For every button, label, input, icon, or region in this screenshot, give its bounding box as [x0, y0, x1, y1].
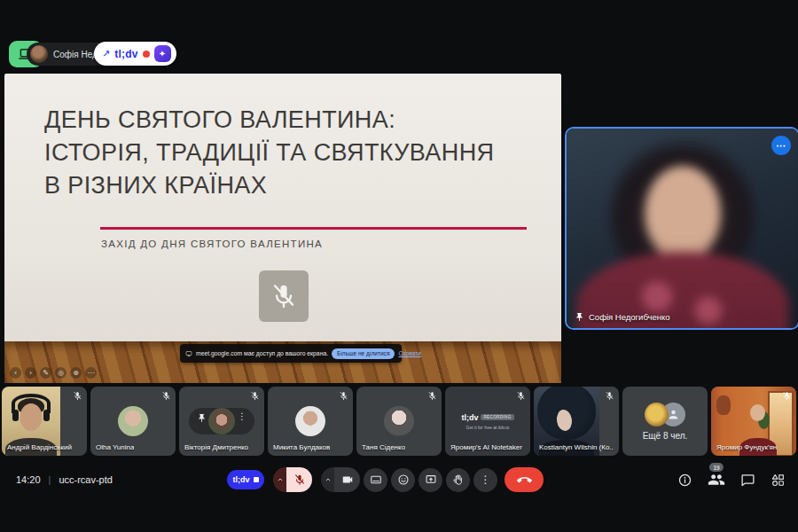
- captions-icon: [370, 473, 382, 486]
- participant-name: Микита Булдаков: [273, 443, 330, 451]
- overflow-avatars: [645, 403, 685, 426]
- recording-badge: RECORDING: [481, 414, 513, 420]
- pinned-name-label: Софія Недогибченко: [575, 312, 670, 322]
- slideshow-pen-button[interactable]: ✎: [40, 367, 51, 379]
- call-controls: tl;dv: [227, 460, 544, 499]
- participant-filmstrip: Андрій Вардінський Olha Yunina ⋮ Вікторі…: [2, 387, 796, 456]
- hide-toast-link[interactable]: Сховати: [398, 350, 420, 356]
- pinned-video-feed: [565, 127, 798, 330]
- meeting-details-button[interactable]: [677, 473, 692, 488]
- tile-more-button[interactable]: ⋮: [238, 412, 246, 421]
- avatar: [208, 408, 235, 434]
- meet-window: Софія Недогибченко ↗ tl;dv ✦ ДЕНЬ СВЯТОГ…: [0, 0, 798, 532]
- participant-tile-olha[interactable]: Olha Yunina: [90, 387, 176, 456]
- slide-title-line-2: ІСТОРІЯ, ТРАДИЦІЇ ТА СВЯТКУВАННЯ: [44, 137, 494, 169]
- participant-name: Андрій Вардінський: [7, 443, 72, 451]
- leave-call-button[interactable]: [505, 467, 544, 492]
- divider: |: [49, 474, 51, 485]
- shared-screen-presentation: ДЕНЬ СВЯТОГО ВАЛЕНТИНА: ІСТОРІЯ, ТРАДИЦІ…: [4, 74, 561, 383]
- monitor-icon: [185, 350, 192, 357]
- mic-off-icon: [73, 391, 82, 401]
- tldv-logo: tl;dv: [461, 413, 478, 422]
- mic-off-icon: [427, 391, 437, 401]
- person-icon: [667, 408, 680, 421]
- slideshow-zoom-button[interactable]: ⊕: [70, 367, 82, 379]
- mic-off-icon: [339, 391, 348, 401]
- avatar: [118, 406, 148, 436]
- control-bar: 14:20 | ucc-rcav-ptd tl;dv: [0, 460, 798, 499]
- camera-options-chevron[interactable]: [321, 467, 334, 492]
- reactions-button[interactable]: [391, 468, 415, 492]
- mic-control-group: [273, 467, 312, 492]
- screen-share-toast: meet.google.com має доступ до вашого екр…: [180, 344, 402, 363]
- participant-name: Яромир's AI Notetaker: [450, 443, 522, 451]
- avatar: [384, 406, 414, 436]
- tldv-brand-label: tl;dv: [114, 48, 137, 60]
- slide-title-line-3: В РІЗНИХ КРАЇНАХ: [44, 169, 494, 202]
- pinned-video-tile[interactable]: ⋯ Софія Недогибченко: [565, 127, 798, 330]
- raise-hand-button[interactable]: [446, 468, 470, 492]
- tldv-subtext: Get it for free at tldv.io: [466, 425, 510, 430]
- participant-tile-yaromyr[interactable]: Яромир Фундук'ян: [711, 387, 796, 456]
- participant-tile-ai-notetaker[interactable]: tl;dv RECORDING Get it for free at tldv.…: [445, 387, 530, 456]
- hand-icon: [452, 473, 465, 486]
- slide-title-line-1: ДЕНЬ СВЯТОГО ВАЛЕНТИНА:: [44, 104, 494, 137]
- pinned-tile-more-button[interactable]: ⋯: [771, 136, 791, 155]
- cursor-icon: ↗: [102, 49, 110, 59]
- system-mic-muted-overlay: [259, 270, 309, 322]
- participant-count-badge: 19: [709, 463, 724, 472]
- participant-tile-andrii[interactable]: Андрій Вардінський: [2, 387, 87, 456]
- call-end-icon: [517, 473, 532, 488]
- sparkle-icon: ✦: [159, 49, 166, 59]
- slideshow-next-button[interactable]: ›: [25, 367, 36, 379]
- clock-time: 14:20: [16, 474, 41, 485]
- participant-tile-mykyta[interactable]: Микита Булдаков: [268, 387, 353, 456]
- slide-accent-rule: [100, 227, 527, 230]
- slideshow-controls: ‹ › ✎ ◎ ⊕ ⋯: [10, 367, 97, 379]
- mic-mute-button[interactable]: [286, 467, 312, 492]
- slideshow-prev-button[interactable]: ‹: [10, 367, 21, 379]
- overflow-participants-tile[interactable]: Ещё 8 чел.: [622, 387, 708, 456]
- more-options-button[interactable]: ⋮: [473, 468, 497, 492]
- slideshow-more-button[interactable]: ⋯: [85, 367, 97, 379]
- present-icon: [425, 473, 437, 486]
- pin-tile-button[interactable]: [197, 413, 207, 423]
- mic-off-icon: [161, 391, 171, 401]
- mic-off-icon: [293, 473, 306, 486]
- pin-icon: [575, 312, 584, 322]
- tldv-label: tl;dv: [233, 475, 250, 484]
- tldv-recorder-chip[interactable]: ↗ tl;dv ✦: [94, 42, 176, 66]
- mic-off-icon: [270, 282, 298, 310]
- pinned-participant-name: Софія Недогибченко: [589, 312, 670, 322]
- avatar: [295, 406, 325, 436]
- chat-panel-button[interactable]: [740, 473, 755, 488]
- participant-name: Таня Сіденко: [362, 443, 405, 451]
- captions-button[interactable]: [364, 468, 387, 492]
- people-panel-button[interactable]: 19: [708, 471, 725, 489]
- toast-message: meet.google.com має доступ до вашого екр…: [196, 350, 328, 356]
- slide-subtitle: ЗАХІД ДО ДНЯ СВЯТОГО ВАЛЕНТИНА: [101, 239, 323, 249]
- mic-off-icon: [516, 391, 526, 401]
- participant-tile-kostiantyn[interactable]: Kostiantyn Wilshin (Ко...: [534, 387, 619, 456]
- mic-options-chevron[interactable]: [273, 467, 286, 492]
- recording-dot-icon: [143, 51, 150, 58]
- stop-icon: [254, 477, 259, 482]
- participant-name: Яромир Фундук'ян: [716, 443, 777, 451]
- tldv-app-icon[interactable]: ✦: [154, 45, 171, 62]
- activities-button[interactable]: [771, 473, 786, 488]
- tldv-stop-recording-button[interactable]: tl;dv: [227, 470, 264, 489]
- stop-sharing-button[interactable]: Більше не ділитися: [332, 348, 395, 359]
- participant-name: Olha Yunina: [96, 443, 134, 451]
- mic-off-icon: [250, 391, 260, 401]
- mic-off-icon: [782, 391, 792, 401]
- avatar: [645, 403, 669, 426]
- meeting-info: 14:20 | ucc-rcav-ptd: [16, 460, 113, 499]
- camera-control-group: [321, 467, 360, 492]
- participant-tile-viktoriia[interactable]: ⋮ Вікторія Дмитренко: [179, 387, 264, 456]
- participant-tile-tania[interactable]: Таня Сіденко: [356, 387, 442, 456]
- present-button[interactable]: [419, 468, 442, 492]
- slideshow-laser-button[interactable]: ◎: [55, 367, 66, 379]
- participant-name: Вікторія Дмитренко: [184, 443, 248, 451]
- emoji-icon: [397, 473, 410, 486]
- camera-toggle-button[interactable]: [334, 467, 360, 492]
